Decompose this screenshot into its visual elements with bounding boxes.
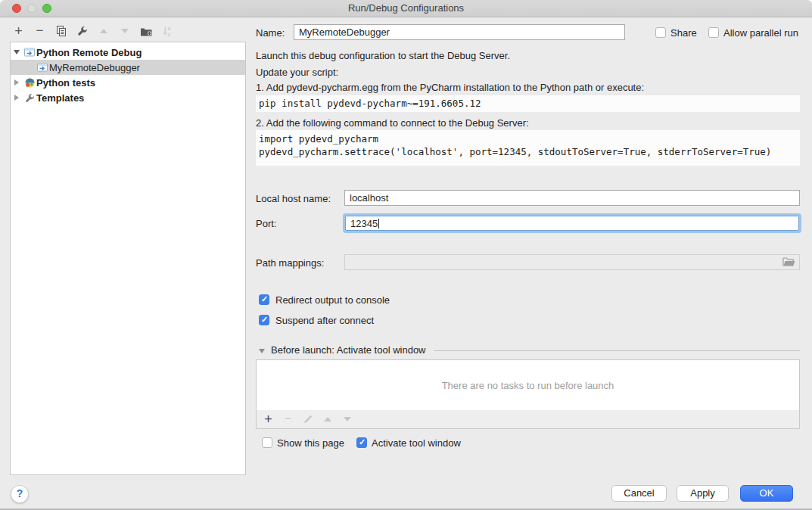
tree-item-python-remote-debug[interactable]: Python Remote Debug [11, 45, 245, 60]
chevron-expanded-icon[interactable] [11, 50, 23, 54]
tree-item-templates[interactable]: Templates [11, 90, 245, 105]
suspend-after-connect-label: Suspend after connect [275, 315, 374, 327]
move-down-icon [117, 24, 132, 38]
remove-task-icon [282, 412, 294, 426]
svg-text:a: a [167, 26, 170, 31]
tree-item-label: MyRemoteDebugger [49, 62, 140, 73]
add-configuration-icon[interactable] [11, 24, 26, 38]
chevron-collapsed-icon[interactable] [11, 79, 23, 86]
add-task-icon[interactable] [263, 412, 274, 426]
tree-item-label: Python Remote Debug [36, 47, 142, 58]
window-title: Run/Debug Configurations [0, 2, 812, 14]
before-launch-toolbar [256, 410, 800, 429]
before-launch-task-list[interactable]: There are no tasks to run before launch [256, 359, 800, 411]
local-host-name-input[interactable]: localhost [344, 190, 800, 206]
port-label: Port: [256, 218, 276, 230]
templates-wrench-icon [23, 93, 36, 103]
run-configuration-icon [23, 48, 36, 57]
empty-tasks-text: There are no tasks to run before launch [442, 380, 614, 391]
before-launch-header[interactable]: Before launch: Activate tool window [256, 344, 800, 356]
local-host-name-label: Local host name: [256, 193, 331, 205]
run-debug-configurations-dialog: Run/Debug Configurations az Python Remot… [0, 0, 812, 510]
path-mappings-label: Path mappings: [256, 257, 324, 269]
show-this-page-checkbox[interactable] [262, 437, 272, 448]
path-mappings-input[interactable] [344, 254, 800, 270]
activate-tool-window-label: Activate tool window [372, 437, 461, 449]
port-input[interactable]: 12345 [345, 216, 799, 231]
remove-configuration-icon[interactable] [33, 24, 47, 38]
description-line-2: Update your script: [256, 67, 338, 79]
sort-configurations-icon: az [160, 24, 174, 38]
before-launch-title: Before launch: Activate tool window [271, 344, 426, 356]
svg-text:z: z [167, 32, 170, 37]
tree-item-label: Python tests [36, 77, 95, 89]
title-bar: Run/Debug Configurations [0, 0, 812, 17]
share-checkbox[interactable] [655, 27, 666, 38]
help-button[interactable]: ? [11, 485, 29, 503]
step-1-text: 1. Add pydevd-pycharm.egg from the PyCha… [256, 82, 644, 94]
configurations-toolbar: az [11, 23, 174, 39]
configurations-tree: Python Remote Debug MyRemoteDebugger Pyt… [10, 42, 246, 475]
collapse-section-icon[interactable] [259, 349, 265, 353]
new-folder-icon[interactable] [138, 24, 153, 38]
text-cursor [378, 219, 379, 229]
redirect-output-checkbox[interactable] [259, 294, 269, 305]
move-up-icon [96, 24, 110, 38]
name-label: Name: [256, 27, 285, 39]
suspend-after-connect-checkbox[interactable] [259, 315, 269, 325]
activate-tool-window-checkbox[interactable] [356, 437, 367, 448]
settrace-code: import pydevd_pycharmpydevd_pycharm.sett… [256, 130, 800, 166]
allow-parallel-run-label: Allow parallel run [723, 27, 798, 39]
tree-item-python-tests[interactable]: Python tests [11, 75, 245, 90]
move-task-down-icon [341, 412, 353, 426]
description-line-1: Launch this debug configuration to start… [256, 50, 510, 62]
allow-parallel-run-checkbox[interactable] [708, 27, 719, 38]
cancel-button[interactable]: Cancel [611, 485, 667, 502]
tree-item-myremotedebugger[interactable]: MyRemoteDebugger [11, 60, 245, 75]
edit-templates-wrench-icon[interactable] [75, 24, 89, 38]
run-configuration-icon [36, 63, 49, 72]
redirect-output-label: Redirect output to console [275, 294, 390, 306]
help-icon: ? [17, 487, 23, 499]
move-task-up-icon [322, 412, 333, 426]
pip-install-code: pip install pydevd-pycharm~=191.6605.12 [256, 95, 800, 112]
copy-configuration-icon[interactable] [54, 24, 68, 38]
step-2-text: 2. Add the following command to connect … [256, 117, 529, 129]
tree-item-label: Templates [36, 92, 84, 104]
apply-button[interactable]: Apply [677, 485, 729, 502]
show-this-page-label: Show this page [277, 437, 344, 449]
name-input[interactable]: MyRemoteDebugger [294, 24, 625, 40]
section-divider [434, 350, 800, 351]
edit-task-icon [302, 412, 313, 426]
python-tests-icon [23, 78, 36, 88]
share-label: Share [670, 27, 697, 39]
browse-folder-icon[interactable] [782, 257, 795, 269]
chevron-collapsed-icon[interactable] [11, 95, 23, 101]
ok-button[interactable]: OK [740, 485, 793, 502]
